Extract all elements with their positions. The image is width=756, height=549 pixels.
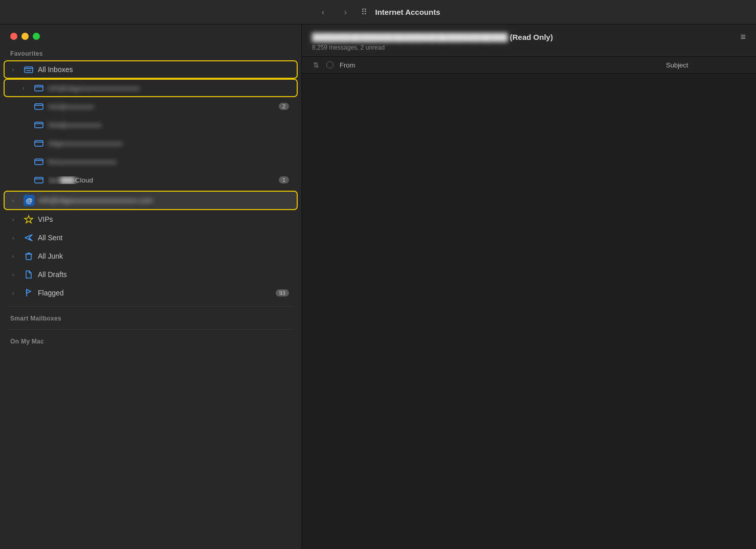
sidebar-item-inbox-sitges2[interactable]: Sitgesxxxxxxxxxxxxxxxx	[4, 134, 297, 152]
svg-marker-7	[25, 216, 33, 223]
sidebar-item-inbox-sitges-blurred[interactable]: › info@sitgesxxxxxxxxxxxxxxxx	[4, 79, 297, 97]
inbox-icon	[34, 138, 44, 148]
on-my-mac-label: On My Mac	[0, 334, 301, 348]
flagged-icon	[24, 288, 34, 298]
flagged-label: Flagged	[38, 289, 272, 297]
maximize-button[interactable]	[33, 33, 40, 40]
sidebar-item-all-drafts[interactable]: › All Drafts	[4, 266, 297, 283]
sidebar-item-inbox-spir[interactable]: Spir███Cloud 1	[4, 171, 297, 189]
subject-column-header[interactable]: Subject	[666, 61, 748, 69]
nav-forward-button[interactable]: ›	[339, 5, 353, 19]
all-sent-label: All Sent	[38, 234, 289, 242]
inbox-sitges-at-label: info@sitgesxxxxxxxxxxxxxxxxx.com	[39, 196, 289, 204]
inbox-info-label: info@xxxxxxxx	[48, 103, 275, 110]
chevron-icon: ›	[12, 235, 19, 241]
sidebar-item-vips[interactable]: › VIPs	[4, 211, 297, 228]
junk-icon	[24, 251, 34, 261]
close-button[interactable]	[10, 33, 17, 40]
inbox-spir-label: Spir███Cloud	[48, 176, 275, 184]
sidebar-item-inbox-info[interactable]: info@xxxxxxxx 2	[4, 98, 297, 115]
star-icon	[24, 214, 34, 224]
message-area	[302, 74, 756, 549]
chevron-icon: ›	[12, 254, 19, 259]
nav-back-button[interactable]: ‹	[316, 5, 330, 19]
chevron-icon: ›	[12, 67, 19, 73]
sidebar-item-inbox-theo[interactable]: theoxxxxxxxxxxxxxxxx	[4, 153, 297, 170]
separator	[8, 306, 293, 307]
inbox-sitges-label: info@sitgesxxxxxxxxxxxxxxxx	[48, 84, 289, 92]
from-column-header[interactable]: From	[338, 61, 662, 69]
drafts-icon	[24, 269, 34, 280]
svg-rect-5	[35, 159, 43, 165]
main-layout: Favourites › All Inboxes › inf	[0, 25, 756, 549]
sidebar-item-all-sent[interactable]: › All Sent	[4, 229, 297, 246]
sidebar-item-inbox-neil[interactable]: Neil@xxxxxxxxxx	[4, 116, 297, 133]
svg-rect-8	[26, 254, 31, 260]
chevron-icon: ›	[12, 272, 19, 278]
content-pane: ████████████████████████████████████ (Re…	[302, 25, 756, 549]
inbox-icon	[34, 175, 44, 185]
svg-rect-2	[35, 104, 43, 109]
chevron-icon: ›	[23, 85, 30, 91]
top-bar: ‹ › ⠿ Internet Accounts	[0, 0, 756, 25]
chevron-icon: ›	[12, 217, 19, 222]
top-bar-title: Internet Accounts	[375, 8, 440, 16]
sidebar: Favourites › All Inboxes › inf	[0, 25, 302, 549]
top-bar-center: ‹ › ⠿ Internet Accounts	[316, 5, 440, 19]
separator2	[8, 329, 293, 330]
svg-rect-1	[35, 85, 43, 91]
vips-label: VIPs	[38, 215, 289, 223]
sort-icon[interactable]: ⇅	[310, 61, 322, 69]
smart-mailboxes-label: Smart Mailboxes	[0, 311, 301, 325]
sidebar-item-flagged[interactable]: › Flagged 93	[4, 284, 297, 302]
read-status-icon[interactable]	[326, 61, 333, 68]
sidebar-item-inbox-sitges-at[interactable]: › @ info@sitgesxxxxxxxxxxxxxxxxx.com	[4, 191, 297, 210]
minimize-button[interactable]	[21, 33, 29, 40]
content-header: ████████████████████████████████████ (Re…	[302, 25, 756, 57]
inbox-icon	[24, 64, 34, 75]
all-drafts-label: All Drafts	[38, 270, 289, 279]
mailbox-subtitle: 8,259 messages, 2 unread	[312, 44, 746, 51]
inbox-spir-badge: 1	[279, 176, 289, 184]
filter-icon[interactable]: ≡	[740, 32, 746, 42]
chevron-icon: ›	[12, 198, 19, 203]
svg-rect-4	[35, 141, 43, 146]
chevron-icon: ›	[12, 290, 19, 296]
traffic-lights	[0, 25, 301, 46]
inbox-icon	[34, 120, 44, 130]
inbox-icon	[34, 83, 44, 93]
svg-rect-0	[25, 67, 33, 73]
inbox-icon	[34, 101, 44, 111]
favourites-label: Favourites	[0, 46, 301, 60]
sent-icon	[24, 233, 34, 243]
inbox-theo-label: theoxxxxxxxxxxxxxxxx	[48, 158, 289, 166]
inbox-sitges2-label: Sitgesxxxxxxxxxxxxxxxx	[48, 140, 289, 147]
flagged-badge: 93	[276, 289, 289, 296]
svg-rect-3	[35, 122, 43, 128]
message-list-header: ⇅ From Subject	[302, 57, 756, 74]
svg-rect-6	[35, 177, 43, 183]
sidebar-item-all-junk[interactable]: › All Junk	[4, 247, 297, 265]
inbox-icon	[34, 156, 44, 167]
grid-icon: ⠿	[361, 7, 367, 17]
inbox-info-badge: 2	[279, 103, 289, 110]
at-icon: @	[24, 195, 35, 206]
sidebar-item-all-inboxes[interactable]: › All Inboxes	[4, 61, 297, 78]
all-junk-label: All Junk	[38, 252, 289, 260]
mailbox-title: ████████████████████████████████████ (Re…	[312, 33, 553, 41]
inbox-neil-label: Neil@xxxxxxxxxx	[48, 121, 289, 129]
all-inboxes-label: All Inboxes	[38, 65, 289, 74]
